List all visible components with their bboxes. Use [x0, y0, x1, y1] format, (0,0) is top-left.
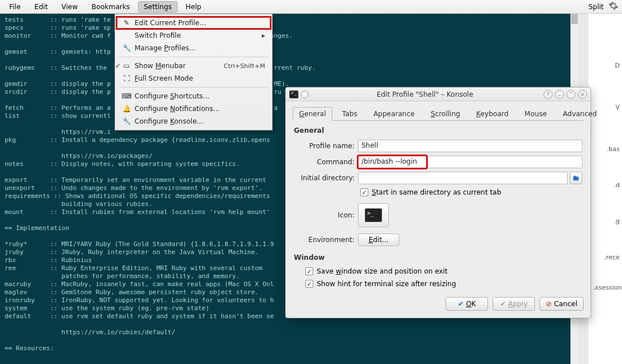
- tab-appearance[interactable]: Appearance: [367, 107, 421, 121]
- pin-icon[interactable]: [301, 90, 309, 98]
- section-general: General: [286, 121, 590, 138]
- split-label[interactable]: Split: [588, 3, 604, 11]
- command-input[interactable]: /bin/bash --login: [358, 156, 427, 168]
- show-menubar[interactable]: ✓ ▭ Show Menubar Ctrl+Shift+M: [116, 60, 271, 72]
- checkbox-icon: [360, 188, 368, 196]
- profile-name-input[interactable]: Shell: [358, 140, 582, 152]
- help-button[interactable]: ?: [544, 90, 553, 99]
- side-item: .xsession: [588, 261, 622, 291]
- menu-help[interactable]: Help: [180, 1, 207, 13]
- side-item: .d: [588, 153, 622, 189]
- configure-shortcuts[interactable]: ⌨ Configure Shortcuts...: [116, 90, 271, 102]
- close-button[interactable]: ×: [578, 90, 587, 99]
- konsole-app-icon: [289, 90, 298, 98]
- menu-bookmarks[interactable]: Bookmarks: [86, 1, 136, 13]
- start-same-dir-checkbox[interactable]: Start in same directory as current tab: [286, 186, 590, 199]
- shortcuts-icon: ⌨: [122, 92, 131, 101]
- checkbox-checked-icon: ✓: [115, 62, 121, 70]
- manage-profiles[interactable]: 🔧 Manage Profiles...: [116, 42, 271, 54]
- side-item: V: [588, 69, 622, 111]
- cancel-button[interactable]: ⊘Cancel: [540, 297, 584, 311]
- ok-button[interactable]: ✔OK: [446, 297, 488, 311]
- apply-icon: ✔: [500, 300, 506, 308]
- switch-profile[interactable]: Switch Profile ▸: [116, 29, 271, 42]
- icon-button[interactable]: [358, 203, 389, 227]
- label-environment: Environment:: [294, 236, 358, 244]
- show-hint-checkbox[interactable]: Show hint for terminal size after resizi…: [286, 278, 590, 290]
- fullscreen-icon: ⛶: [122, 74, 131, 83]
- initial-dir-input[interactable]: [358, 172, 568, 184]
- menu-view[interactable]: View: [56, 1, 83, 13]
- browse-dir-button[interactable]: 🖿: [570, 172, 582, 184]
- checkbox-icon: [305, 280, 313, 288]
- checkbox-unchecked-icon: □: [115, 74, 121, 82]
- menu-settings[interactable]: Settings: [138, 1, 178, 13]
- environment-edit-button[interactable]: Edit...: [358, 234, 399, 246]
- settings-dropdown: ✎ Edit Current Profile... Switch Profile…: [115, 14, 273, 130]
- command-input-tail[interactable]: [427, 156, 582, 168]
- label-initial-dir: Initial directory:: [294, 174, 358, 182]
- label-icon: Icon:: [294, 211, 358, 219]
- edit-current-profile[interactable]: ✎ Edit Current Profile...: [116, 17, 271, 29]
- bell-icon: 🔔: [122, 104, 131, 113]
- dialog-title: Edit Profile "Shell" – Konsole: [309, 90, 541, 98]
- menubar-icon: ▭: [122, 61, 131, 70]
- label-command: Command:: [294, 158, 358, 166]
- full-screen-mode[interactable]: □ ⛶ Full Screen Mode: [116, 72, 271, 85]
- configure-notifications[interactable]: 🔔 Configure Notifications...: [116, 102, 271, 115]
- tab-mouse[interactable]: Mouse: [518, 107, 553, 121]
- minimize-button[interactable]: ⌄: [555, 90, 564, 99]
- dialog-titlebar[interactable]: Edit Profile "Shell" – Konsole ? ⌄ ⌃ ×: [286, 88, 590, 101]
- folder-icon: 🖿: [573, 174, 580, 182]
- chevron-right-icon: ▸: [262, 31, 265, 39]
- apply-button[interactable]: ✔Apply: [493, 297, 535, 311]
- save-window-size-checkbox[interactable]: Save window size and position on exit: [286, 265, 590, 278]
- ok-icon: ✔: [458, 300, 464, 308]
- tab-scrolling[interactable]: Scrolling: [424, 107, 466, 121]
- tab-keyboard[interactable]: Keyboard: [470, 107, 514, 121]
- side-item: .rece: [588, 225, 622, 261]
- tab-tabs[interactable]: Tabs: [336, 107, 364, 121]
- menu-separator: [119, 57, 269, 57]
- side-item: D: [588, 54, 622, 69]
- section-window: Window: [286, 248, 590, 265]
- tab-general[interactable]: General: [293, 107, 332, 121]
- label-profile-name: Profile name:: [294, 142, 358, 150]
- shortcut-label: Ctrl+Shift+M: [224, 62, 266, 70]
- wrench-icon: 🔧: [122, 117, 131, 126]
- checkbox-icon: [305, 267, 313, 275]
- gear-icon[interactable]: [608, 1, 619, 13]
- cancel-icon: ⊘: [546, 300, 552, 308]
- side-panel: D V .bas .d .g .rece .xsession: [588, 14, 622, 364]
- terminal-icon: [365, 208, 382, 222]
- menubar: File Edit View Bookmarks Settings Help S…: [0, 0, 622, 14]
- maximize-button[interactable]: ⌃: [566, 90, 576, 99]
- edit-profile-dialog: Edit Profile "Shell" – Konsole ? ⌄ ⌃ × G…: [285, 87, 591, 318]
- side-item: .g: [588, 189, 622, 225]
- configure-konsole[interactable]: 🔧 Configure Konsole...: [116, 115, 271, 128]
- menu-edit[interactable]: Edit: [29, 1, 53, 13]
- tab-advanced[interactable]: Advanced: [557, 107, 603, 121]
- dialog-tabs: General Tabs Appearance Scrolling Keyboa…: [286, 101, 590, 121]
- profile-edit-icon: ✎: [122, 18, 131, 27]
- wrench-icon: 🔧: [122, 43, 131, 53]
- menu-separator: [119, 87, 269, 88]
- menu-file[interactable]: File: [3, 1, 26, 13]
